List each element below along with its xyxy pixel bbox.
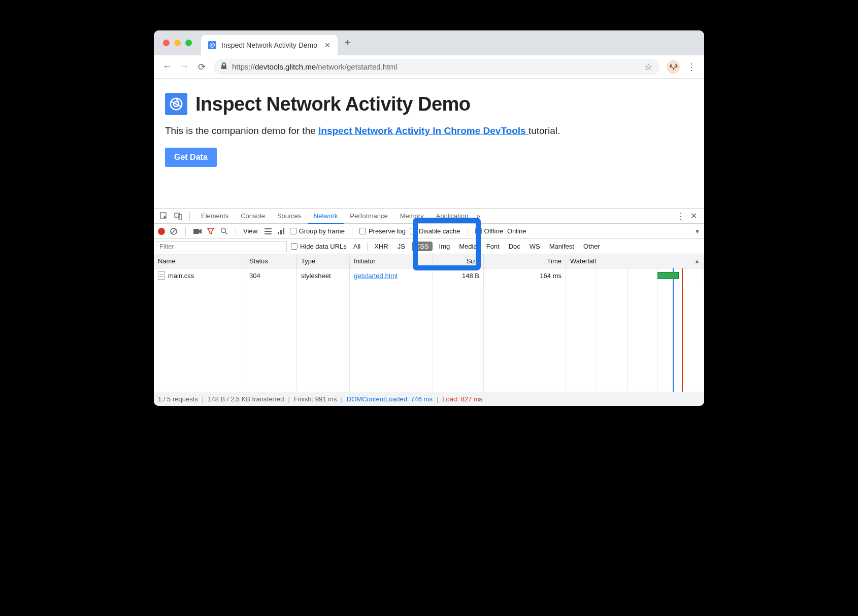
svg-rect-13 <box>265 231 272 232</box>
large-rows-icon[interactable] <box>263 227 273 236</box>
new-tab-button[interactable]: + <box>345 37 351 49</box>
devtools-tab-sources[interactable]: Sources <box>271 209 308 224</box>
group-by-frame-check[interactable]: Group by frame <box>290 227 345 235</box>
minimize-window-icon[interactable] <box>174 40 181 46</box>
hide-data-urls-check[interactable]: Hide data URLs <box>291 243 347 250</box>
col-type[interactable]: Type <box>297 254 350 268</box>
page-title: Inspect Network Activity Demo <box>195 93 471 115</box>
filter-type-font[interactable]: Font <box>484 242 502 251</box>
status-dcl: DOMContentLoaded: 746 ms <box>347 395 433 403</box>
svg-rect-14 <box>265 233 272 234</box>
filter-type-other[interactable]: Other <box>581 242 603 251</box>
forward-button[interactable]: → <box>179 61 189 72</box>
clear-icon[interactable] <box>169 227 178 236</box>
status-requests: 1 / 5 requests <box>158 395 198 403</box>
network-toolbar: View: Group by frame Preserve log Disabl… <box>154 224 704 239</box>
devtools-tab-console[interactable]: Console <box>235 209 271 224</box>
address-bar[interactable]: https://devtools.glitch.me/network/getst… <box>214 59 659 75</box>
filter-type-js[interactable]: JS <box>395 242 408 251</box>
waterfall-bar <box>657 272 679 279</box>
filter-input[interactable] <box>156 241 287 252</box>
devtools-tabs: ElementsConsoleSourcesNetworkPerformance… <box>154 209 704 224</box>
devtools-close-icon[interactable]: ✕ <box>687 211 700 221</box>
tab-favicon-icon <box>208 41 216 49</box>
inspect-element-icon[interactable] <box>158 210 170 222</box>
tab-strip: Inspect Network Activity Demo ✕ + <box>154 30 704 55</box>
reload-button[interactable]: ⟳ <box>196 61 207 73</box>
devtools-tab-network[interactable]: Network <box>308 209 344 224</box>
browser-menu-icon[interactable]: ⋮ <box>687 61 696 73</box>
dcl-marker <box>673 268 674 392</box>
devtools-tab-memory[interactable]: Memory <box>394 209 430 224</box>
network-table-header: Name Status Type Initiator Size Time Wat… <box>154 254 704 268</box>
preserve-log-check[interactable]: Preserve log <box>359 227 406 235</box>
network-table-body: main.css 304 stylesheet getstarted.html … <box>154 268 704 392</box>
filter-type-ws[interactable]: WS <box>527 242 543 251</box>
svg-rect-9 <box>193 229 199 234</box>
browser-window: Inspect Network Activity Demo ✕ + ← → ⟳ … <box>154 30 704 406</box>
page-description: This is the companion demo for the Inspe… <box>165 125 693 136</box>
filter-type-manifest[interactable]: Manifest <box>547 242 577 251</box>
filter-type-doc[interactable]: Doc <box>506 242 523 251</box>
status-transferred: 148 B / 2.5 KB transferred <box>208 395 284 403</box>
svg-rect-17 <box>283 228 284 234</box>
bookmark-star-icon[interactable]: ☆ <box>644 61 652 73</box>
filter-row: Hide data URLs AllXHRJSCSSImgMediaFontDo… <box>154 239 704 254</box>
device-toggle-icon[interactable] <box>172 210 184 222</box>
filter-type-all[interactable]: All <box>351 242 363 251</box>
page-content: Inspect Network Activity Demo This is th… <box>154 79 704 176</box>
file-icon <box>158 271 165 280</box>
col-time[interactable]: Time <box>484 254 566 268</box>
filter-icon[interactable] <box>206 227 215 236</box>
back-button[interactable]: ← <box>162 61 172 72</box>
filter-type-img[interactable]: Img <box>437 242 453 251</box>
tab-close-icon[interactable]: ✕ <box>324 41 331 49</box>
svg-rect-15 <box>278 232 279 234</box>
disable-cache-check[interactable]: Disable cache <box>410 227 460 235</box>
camera-icon[interactable] <box>193 227 202 236</box>
profile-avatar[interactable]: 🐶 <box>667 60 680 74</box>
filter-type-css[interactable]: CSS <box>412 242 433 251</box>
record-button[interactable] <box>158 228 165 235</box>
row-size: 148 B <box>433 268 484 283</box>
row-time: 164 ms <box>484 268 566 283</box>
svg-line-11 <box>225 232 227 234</box>
devtools-tab-performance[interactable]: Performance <box>344 209 393 224</box>
row-name: main.css <box>168 272 194 280</box>
col-status[interactable]: Status <box>245 254 297 268</box>
view-label: View: <box>243 227 259 235</box>
offline-check[interactable]: Offline <box>475 227 503 235</box>
svg-point-10 <box>221 228 225 233</box>
get-data-button[interactable]: Get Data <box>165 148 217 167</box>
col-initiator[interactable]: Initiator <box>350 254 433 268</box>
url-text: https://devtools.glitch.me/network/getst… <box>232 62 397 71</box>
tutorial-link[interactable]: Inspect Network Activity In Chrome DevTo… <box>318 125 529 136</box>
svg-point-1 <box>211 44 213 46</box>
table-row[interactable]: main.css 304 stylesheet getstarted.html … <box>154 268 704 283</box>
filter-type-media[interactable]: Media <box>456 242 479 251</box>
svg-point-0 <box>210 43 215 48</box>
status-finish: Finish: 991 ms <box>294 395 337 403</box>
devtools-tab-elements[interactable]: Elements <box>195 209 235 224</box>
filter-type-xhr[interactable]: XHR <box>372 242 390 251</box>
svg-rect-16 <box>280 230 282 234</box>
overview-icon[interactable] <box>277 227 286 236</box>
col-name[interactable]: Name <box>154 254 245 268</box>
maximize-window-icon[interactable] <box>185 40 192 46</box>
online-label[interactable]: Online <box>507 227 526 235</box>
devtools-menu-icon[interactable]: ⋮ <box>676 211 685 222</box>
col-size[interactable]: Size <box>433 254 484 268</box>
toolbar: ← → ⟳ https://devtools.glitch.me/network… <box>154 55 704 79</box>
browser-tab[interactable]: Inspect Network Activity Demo ✕ <box>201 35 338 55</box>
devtools-tab-application[interactable]: Application <box>430 209 475 224</box>
sort-icon: ▲ <box>695 258 700 264</box>
row-initiator[interactable]: getstarted.html <box>350 268 433 283</box>
throttle-dropdown-icon[interactable]: ▼ <box>695 228 700 234</box>
col-waterfall[interactable]: Waterfall ▲ <box>566 254 704 268</box>
close-window-icon[interactable] <box>163 40 170 46</box>
devtools-panel: ElementsConsoleSourcesNetworkPerformance… <box>154 208 704 406</box>
search-icon[interactable] <box>219 227 228 236</box>
window-controls <box>163 40 192 46</box>
more-tabs-icon[interactable]: » <box>476 212 480 220</box>
status-load: Load: 827 ms <box>442 395 482 403</box>
